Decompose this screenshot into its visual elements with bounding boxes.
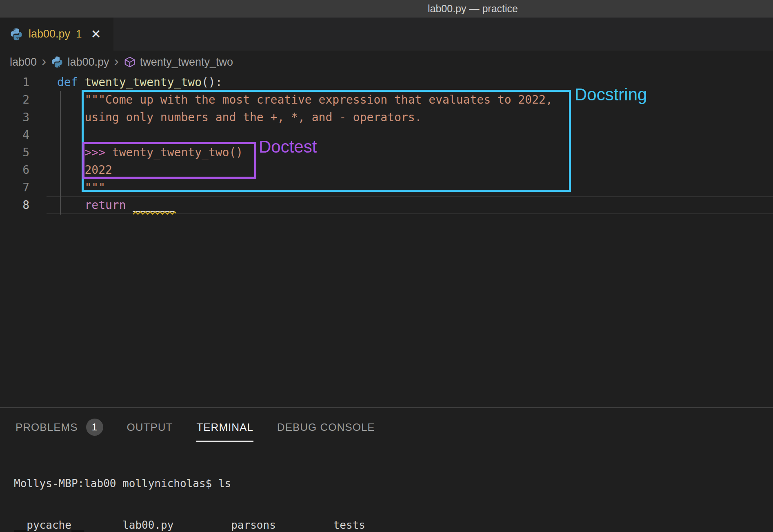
method-cube-icon xyxy=(124,56,136,68)
code-token: return xyxy=(84,198,126,212)
tab-output-label: OUTPUT xyxy=(127,421,173,434)
chevron-right-icon: › xyxy=(42,53,46,69)
doctest-annotation-label: Doctest xyxy=(259,137,317,157)
code-line[interactable]: """Come up with the most creative expres… xyxy=(57,91,553,109)
code-line[interactable]: 2022 xyxy=(57,161,112,179)
editor-tab-strip: lab00.py 1 ✕ xyxy=(0,18,773,51)
editor-tab-lab00[interactable]: lab00.py 1 ✕ xyxy=(0,18,113,51)
terminal-line: Mollys-MBP:lab00 mollynicholas$ ls xyxy=(14,477,372,490)
line-number: 1 xyxy=(0,73,29,91)
code-line[interactable]: """ xyxy=(57,179,105,196)
breadcrumb-folder[interactable]: lab00 xyxy=(10,56,37,69)
blank-placeholder: ______ xyxy=(133,198,174,212)
tab-debug-console-label: DEBUG CONSOLE xyxy=(277,421,375,434)
code-line[interactable]: >>> twenty_twenty_two() xyxy=(57,144,243,161)
code-token: """Come up with the most creative expres… xyxy=(57,93,553,106)
code-editor[interactable]: 1 2 3 4 5 6 7 8 def twenty_twenty_two():… xyxy=(0,73,773,407)
code-token: """ xyxy=(57,181,105,194)
bottom-panel: PROBLEMS 1 OUTPUT TERMINAL DEBUG CONSOLE… xyxy=(0,407,773,532)
tab-terminal-label: TERMINAL xyxy=(196,421,253,434)
breadcrumb: lab00 › lab00.py › twenty_twenty_two xyxy=(0,51,773,73)
close-icon[interactable]: ✕ xyxy=(91,27,101,41)
title-bar: lab00.py — practice xyxy=(0,0,773,18)
code-line[interactable]: using only numbers and the +, *, and - o… xyxy=(57,109,422,126)
code-token: using only numbers and the +, *, and - o… xyxy=(57,111,422,124)
code-token xyxy=(126,198,133,212)
line-number: 4 xyxy=(0,126,29,144)
tab-terminal[interactable]: TERMINAL xyxy=(196,421,253,434)
code-token xyxy=(57,198,84,212)
line-number-active: 8 xyxy=(0,196,29,214)
python-icon xyxy=(10,28,23,41)
breadcrumb-symbol-label: twenty_twenty_two xyxy=(140,56,233,69)
code-token: 2022 xyxy=(57,163,112,177)
code-token: twenty_twenty_two() xyxy=(105,146,243,159)
terminal-output[interactable]: Mollys-MBP:lab00 mollynicholas$ ls __pyc… xyxy=(14,449,372,532)
code-token: (): xyxy=(202,75,222,89)
panel-tab-bar: PROBLEMS 1 OUTPUT TERMINAL DEBUG CONSOLE xyxy=(16,408,375,446)
code-line[interactable]: def twenty_twenty_two(): xyxy=(57,73,222,91)
vscode-window: lab00.py — practice lab00.py 1 ✕ lab00 ›… xyxy=(0,0,773,532)
line-number: 5 xyxy=(0,144,29,161)
breadcrumb-file-label: lab00.py xyxy=(67,56,109,69)
code-token: def xyxy=(57,75,84,89)
warning-squiggle xyxy=(133,211,176,215)
line-number: 7 xyxy=(0,179,29,196)
tab-problems[interactable]: PROBLEMS 1 xyxy=(16,419,103,436)
python-icon xyxy=(51,56,63,68)
code-token: twenty_twenty_two xyxy=(84,75,202,89)
terminal-line: __pycache__ lab00.py parsons tests xyxy=(14,518,372,532)
tab-filename: lab00.py xyxy=(29,28,70,40)
tab-problem-count: 1 xyxy=(76,28,82,40)
tab-problems-label: PROBLEMS xyxy=(16,421,78,434)
line-number: 3 xyxy=(0,109,29,126)
line-number: 2 xyxy=(0,91,29,109)
chevron-right-icon: › xyxy=(114,53,119,69)
tab-debug-console[interactable]: DEBUG CONSOLE xyxy=(277,421,375,434)
docstring-annotation-label: Docstring xyxy=(575,85,647,104)
window-title: lab00.py — practice xyxy=(428,3,518,15)
code-token xyxy=(57,146,84,159)
line-number: 6 xyxy=(0,161,29,179)
tab-output[interactable]: OUTPUT xyxy=(127,421,173,434)
breadcrumb-file[interactable]: lab00.py xyxy=(51,56,109,69)
problems-count-badge: 1 xyxy=(86,419,103,436)
breadcrumb-symbol[interactable]: twenty_twenty_two xyxy=(124,56,233,69)
doctest-prompt: >>> xyxy=(84,146,105,159)
